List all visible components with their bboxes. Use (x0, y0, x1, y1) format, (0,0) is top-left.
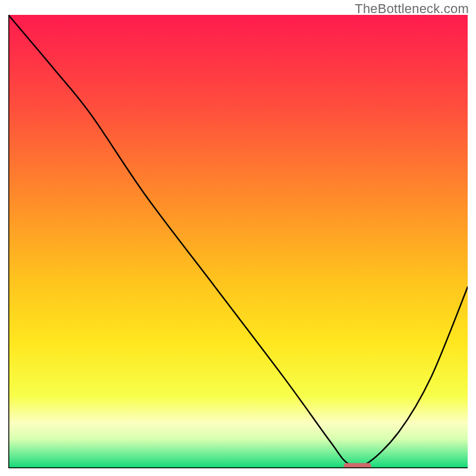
chart-container (8, 15, 468, 468)
bottleneck-curve-chart (8, 15, 468, 468)
gradient-background (8, 15, 468, 468)
